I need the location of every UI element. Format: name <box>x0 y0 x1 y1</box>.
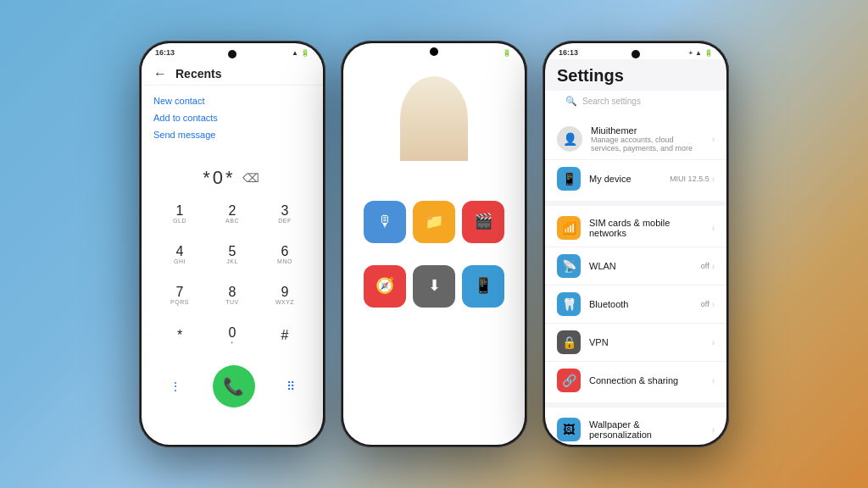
connection-sharing-text: Connection & sharing <box>589 375 704 385</box>
device-text: My device <box>589 174 661 184</box>
dots-icon[interactable]: ⋮ <box>170 380 181 393</box>
account-name: Miuithemer <box>591 125 704 136</box>
wlan-right: off › <box>701 262 715 271</box>
account-section: 👤 Miuithemer Manage accounts, cloud serv… <box>545 119 726 197</box>
chevron-icon-0: › <box>712 135 715 144</box>
app-grid: 🎙 Recorder 📁 File Manager 🎬 Screen Recor… <box>343 201 525 316</box>
sim-name: SIM cards & mobile networks <box>589 218 704 238</box>
key-8[interactable]: 8TUV <box>210 277 254 313</box>
settings-item-wallpaper[interactable]: 🖼 Wallpaper & personalization › <box>545 411 726 445</box>
call-button[interactable]: 📞 <box>213 365 255 408</box>
device-icon: 📱 <box>557 167 581 191</box>
phone-1: 16:13 ▲🔋 ← Recents New contact Add to co… <box>139 41 326 447</box>
app-browser[interactable]: 🧭 Browser <box>361 265 409 316</box>
wlan-name: WLAN <box>589 261 693 271</box>
phone-3: 16:13 +▲🔋 Settings 🔍 Search settings 👤 M… <box>542 41 729 447</box>
key-star[interactable]: * <box>158 318 202 353</box>
wallpaper-text: Wallpaper & personalization <box>589 419 704 440</box>
mi-remote-icon: 📱 <box>462 265 504 308</box>
file-manager-icon: 📁 <box>413 201 455 243</box>
chevron-icon-6: › <box>712 376 715 385</box>
app-recorder[interactable]: 🎙 Recorder <box>361 201 409 252</box>
key-7[interactable]: 7PQRS <box>158 277 202 313</box>
status-time-3: 16:13 <box>559 48 578 57</box>
connection-sharing-icon: 🔗 <box>557 369 581 392</box>
dialer-bottom: ⋮ 📞 ⠿ <box>142 358 323 411</box>
keypad-row-2: 4GHI 5JKL 6MNO <box>153 236 311 272</box>
sim-text: SIM cards & mobile networks <box>589 218 704 238</box>
chevron-icon-7: › <box>712 425 715 435</box>
dialer-links: New contact Add to contacts Send message <box>142 86 323 150</box>
settings-item-vpn[interactable]: 🔒 VPN › <box>545 324 726 362</box>
back-arrow[interactable]: ← <box>153 66 167 81</box>
key-9[interactable]: 9WXYZ <box>263 277 307 313</box>
vpn-text: VPN <box>589 337 704 347</box>
bluetooth-text: Bluetooth <box>589 299 693 309</box>
app-file-manager[interactable]: 📁 File Manager <box>410 201 458 252</box>
chevron-icon-5: › <box>712 338 715 347</box>
search-icon: 🔍 <box>565 96 577 107</box>
key-hash[interactable]: # <box>263 318 307 353</box>
section-gap-1 <box>545 201 726 206</box>
section-gap-2 <box>545 402 726 408</box>
search-placeholder: Search settings <box>582 97 641 106</box>
add-to-contacts-link[interactable]: Add to contacts <box>153 109 311 126</box>
camera-punch-hole-3 <box>632 50 640 58</box>
settings-item-account[interactable]: 👤 Miuithemer Manage accounts, cloud serv… <box>545 119 726 160</box>
status-icons-1: ▲🔋 <box>292 49 309 57</box>
key-1[interactable]: 1GLD <box>158 196 202 231</box>
avatar: 👤 <box>557 126 582 152</box>
new-contact-link[interactable]: New contact <box>153 92 311 109</box>
bluetooth-right: off › <box>701 300 715 309</box>
search-bar[interactable]: 🔍 Search settings <box>557 91 715 112</box>
personalization-section: 🖼 Wallpaper & personalization › 🔓 Always… <box>545 411 726 445</box>
app-mi-remote[interactable]: 📱 Mi Remote <box>459 265 507 316</box>
app-downloads[interactable]: ⬇ Downloads <box>410 265 458 316</box>
recorder-icon: 🎙 <box>364 201 406 243</box>
key-2[interactable]: 2ABC <box>210 196 254 231</box>
device-right: MIUI 12.5.5 › <box>670 175 715 184</box>
settings-title: Settings <box>545 59 726 91</box>
dialer-title: Recents <box>175 67 221 80</box>
wlan-icon: 📡 <box>557 254 581 278</box>
dialer-header: ← Recents <box>142 59 323 86</box>
network-section: 📶 SIM cards & mobile networks › 📡 WLAN o… <box>545 209 726 399</box>
status-icons-2: +▲🔋 <box>487 49 511 57</box>
settings-item-device[interactable]: 📱 My device MIUI 12.5.5 › <box>545 160 726 197</box>
device-name: My device <box>589 174 661 184</box>
wallpaper-top <box>343 59 525 161</box>
wallpaper-name: Wallpaper & personalization <box>589 419 704 440</box>
grid-icon[interactable]: ⠿ <box>287 380 295 393</box>
key-0[interactable]: 0+ <box>210 318 254 353</box>
settings-item-connection-sharing[interactable]: 🔗 Connection & sharing › <box>545 362 726 399</box>
status-icons-3: +▲🔋 <box>688 49 713 57</box>
backspace-button[interactable]: ⌫ <box>242 171 262 185</box>
send-message-link[interactable]: Send message <box>153 126 311 143</box>
vpn-icon: 🔒 <box>557 330 581 354</box>
downloads-icon: ⬇ <box>413 265 455 308</box>
key-4[interactable]: 4GHI <box>158 236 202 272</box>
key-5[interactable]: 5JKL <box>210 236 254 272</box>
settings-item-sim[interactable]: 📶 SIM cards & mobile networks › <box>545 209 726 247</box>
wlan-text: WLAN <box>589 261 693 271</box>
status-time-2: 16:13 <box>357 48 376 57</box>
keypad-row-1: 1GLD 2ABC 3DEF <box>153 196 311 231</box>
settings-item-bluetooth[interactable]: 🦷 Bluetooth off › <box>545 286 726 324</box>
app-screen-recorder[interactable]: 🎬 Screen Recorder <box>459 201 507 252</box>
keypad: 1GLD 2ABC 3DEF 4GHI 5JKL 6MNO 7PQRS 8TUV… <box>142 196 323 353</box>
chevron-icon-3: › <box>712 262 715 271</box>
chevron-icon-4: › <box>712 300 715 309</box>
account-text: Miuithemer Manage accounts, cloud servic… <box>591 125 704 152</box>
keypad-row-3: 7PQRS 8TUV 9WXYZ <box>153 277 311 313</box>
chevron-icon-1: › <box>712 175 715 184</box>
sim-icon: 📶 <box>557 216 581 240</box>
key-3[interactable]: 3DEF <box>263 196 307 231</box>
key-6[interactable]: 6MNO <box>263 236 307 272</box>
mi-logo: Mi <box>343 161 525 201</box>
camera-punch-hole <box>228 50 236 58</box>
phone-2: 16:13 +▲🔋 Mi 🎙 Recorder 📁 File Manager <box>341 41 527 447</box>
screen-recorder-icon: 🎬 <box>462 201 504 243</box>
app-row-2: 🧭 Browser ⬇ Downloads 📱 Mi Remote <box>360 265 508 316</box>
settings-item-wlan[interactable]: 📡 WLAN off › <box>545 247 726 286</box>
camera-punch-hole-2 <box>430 47 438 56</box>
